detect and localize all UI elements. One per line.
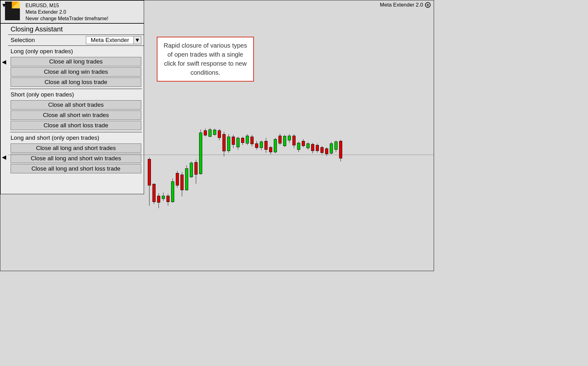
header-warning: Never change MetaTrader timeframe! [26,15,108,22]
candlestick-chart [148,125,347,215]
candle [222,132,226,215]
symbol-timeframe: EURUSD, M15 [26,2,108,9]
candle [292,134,296,215]
closing-assistant-panel: ▼ ◀ ◀ Closing Assistant Selection Meta E… [0,23,144,194]
close-all-longshort-win-button[interactable]: Close all long and short win trades [11,154,141,163]
candle [311,143,314,215]
smiley-icon [425,2,431,8]
top-right-label: Meta Extender 2.0 [380,2,431,8]
candle [185,165,188,215]
candle [250,135,254,215]
candle [316,143,319,215]
product-name: Meta Extender 2.0 [26,9,108,15]
candle [339,140,342,215]
product-logo [5,2,20,20]
collapse-panel-upper-icon[interactable]: ◀ [2,59,6,65]
candle [306,142,310,215]
candle [194,160,198,215]
close-all-longshort-loss-button[interactable]: Close all long and short loss trade [11,164,141,173]
section-head-longshort: Long and short (only open trades) [8,132,144,143]
selection-dropdown[interactable]: Meta Extender ▼ [86,36,141,44]
candle [302,139,305,215]
candle [157,193,160,215]
candle [274,138,277,215]
candle [255,141,258,215]
close-all-long-win-button[interactable]: Close all long win trades [11,67,141,77]
selection-row: Selection Meta Extender ▼ [8,35,144,46]
candle [330,142,333,215]
section-head-long: Long (only open trades) [8,46,144,56]
panel-title: Closing Assistant [8,24,144,35]
candle [334,140,338,215]
candle [190,162,193,215]
candle [278,134,282,215]
selection-value: Meta Extender [86,37,133,44]
header-text-block: EURUSD, M15 Meta Extender 2.0 Never chan… [26,2,108,22]
section-head-short: Short (only open trades) [8,89,144,99]
selection-label: Selection [11,37,86,44]
header-bar: EURUSD, M15 Meta Extender 2.0 Never chan… [0,0,144,23]
candle [162,193,165,215]
candle [320,146,324,215]
candle [171,178,174,215]
candle [213,129,216,215]
close-all-long-button[interactable]: Close all long trades [11,57,141,66]
chevron-down-icon[interactable]: ▼ [133,36,141,44]
candle [241,137,244,215]
candle [166,194,170,215]
info-callout: Rapid closure of various types of open t… [157,37,254,82]
candle [283,135,286,215]
candle [232,135,235,215]
candle [246,134,249,215]
candle [269,146,272,215]
candle [176,171,179,215]
collapse-panel-lower-icon[interactable]: ◀ [2,154,6,161]
candle [264,138,268,215]
close-all-short-win-button[interactable]: Close all short win trades [11,110,141,120]
candle [152,183,156,215]
candle [227,134,230,215]
candle [204,129,207,215]
close-all-short-button[interactable]: Close all short trades [11,100,141,110]
top-right-text: Meta Extender 2.0 [380,2,423,8]
candle [218,129,221,215]
close-all-longshort-button[interactable]: Close all long and short trades [11,143,141,153]
candle [260,140,263,215]
candle [236,137,240,215]
candle [208,128,212,215]
candle [325,147,328,215]
candle [199,129,202,215]
candle [180,172,184,215]
close-all-long-loss-button[interactable]: Close all long loss trade [11,77,141,87]
close-all-short-loss-button[interactable]: Close all short loss trade [11,121,141,130]
candle [288,134,291,215]
candle [297,142,300,215]
collapse-header-icon[interactable]: ▼ [1,2,7,9]
candle [148,157,151,215]
